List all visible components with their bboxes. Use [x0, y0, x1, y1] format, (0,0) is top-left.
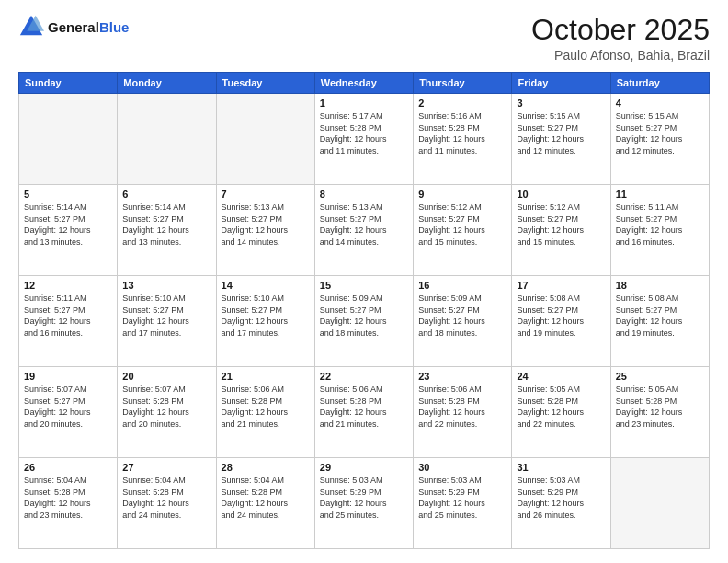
day-number: 22	[320, 371, 408, 382]
calendar-cell: 16Sunrise: 5:09 AMSunset: 5:27 PMDayligh…	[414, 276, 512, 367]
calendar-week-5: 26Sunrise: 5:04 AMSunset: 5:28 PMDayligh…	[19, 458, 710, 549]
calendar-cell	[610, 458, 709, 549]
day-info: Sunrise: 5:13 AMSunset: 5:27 PMDaylight:…	[222, 201, 310, 247]
day-number: 29	[320, 462, 408, 473]
calendar-cell: 31Sunrise: 5:03 AMSunset: 5:29 PMDayligh…	[512, 458, 610, 549]
calendar-cell: 7Sunrise: 5:13 AMSunset: 5:27 PMDaylight…	[216, 185, 314, 276]
day-info: Sunrise: 5:06 AMSunset: 5:28 PMDaylight:…	[418, 384, 506, 430]
header-sunday: Sunday	[19, 73, 118, 94]
header: GeneralBlue October 2025 Paulo Afonso, B…	[18, 14, 710, 63]
calendar-cell: 29Sunrise: 5:03 AMSunset: 5:29 PMDayligh…	[314, 458, 413, 549]
day-number: 26	[24, 462, 112, 473]
day-info: Sunrise: 5:16 AMSunset: 5:28 PMDaylight:…	[418, 110, 506, 156]
page: GeneralBlue October 2025 Paulo Afonso, B…	[0, 0, 728, 563]
calendar-cell: 18Sunrise: 5:08 AMSunset: 5:27 PMDayligh…	[610, 276, 709, 367]
calendar-cell: 15Sunrise: 5:09 AMSunset: 5:27 PMDayligh…	[314, 276, 413, 367]
day-info: Sunrise: 5:03 AMSunset: 5:29 PMDaylight:…	[320, 475, 408, 521]
calendar-cell: 1Sunrise: 5:17 AMSunset: 5:28 PMDaylight…	[314, 94, 413, 185]
calendar-cell: 20Sunrise: 5:07 AMSunset: 5:28 PMDayligh…	[118, 367, 216, 458]
day-number: 9	[418, 189, 506, 200]
day-info: Sunrise: 5:09 AMSunset: 5:27 PMDaylight:…	[418, 293, 506, 339]
day-number: 17	[517, 280, 605, 291]
day-number: 5	[24, 189, 112, 200]
calendar-cell: 14Sunrise: 5:10 AMSunset: 5:27 PMDayligh…	[216, 276, 314, 367]
calendar-cell	[216, 94, 314, 185]
day-info: Sunrise: 5:14 AMSunset: 5:27 PMDaylight:…	[24, 201, 112, 247]
calendar-week-1: 1Sunrise: 5:17 AMSunset: 5:28 PMDaylight…	[19, 94, 710, 185]
logo: GeneralBlue	[18, 14, 129, 40]
day-number: 30	[418, 462, 506, 473]
calendar-cell: 26Sunrise: 5:04 AMSunset: 5:28 PMDayligh…	[19, 458, 118, 549]
day-info: Sunrise: 5:04 AMSunset: 5:28 PMDaylight:…	[122, 475, 210, 521]
day-number: 10	[517, 189, 605, 200]
day-info: Sunrise: 5:15 AMSunset: 5:27 PMDaylight:…	[616, 110, 704, 156]
header-tuesday: Tuesday	[216, 73, 314, 94]
header-thursday: Thursday	[414, 73, 512, 94]
day-number: 15	[320, 280, 408, 291]
day-info: Sunrise: 5:04 AMSunset: 5:28 PMDaylight:…	[222, 475, 310, 521]
day-info: Sunrise: 5:17 AMSunset: 5:28 PMDaylight:…	[320, 110, 408, 156]
header-monday: Monday	[118, 73, 216, 94]
day-number: 6	[122, 189, 210, 200]
day-number: 27	[122, 462, 210, 473]
day-number: 18	[616, 280, 704, 291]
calendar-cell: 24Sunrise: 5:05 AMSunset: 5:28 PMDayligh…	[512, 367, 610, 458]
calendar-week-4: 19Sunrise: 5:07 AMSunset: 5:27 PMDayligh…	[19, 367, 710, 458]
day-number: 23	[418, 371, 506, 382]
day-info: Sunrise: 5:03 AMSunset: 5:29 PMDaylight:…	[418, 475, 506, 521]
day-info: Sunrise: 5:07 AMSunset: 5:27 PMDaylight:…	[24, 384, 112, 430]
calendar-cell: 4Sunrise: 5:15 AMSunset: 5:27 PMDaylight…	[610, 94, 709, 185]
calendar-cell: 11Sunrise: 5:11 AMSunset: 5:27 PMDayligh…	[610, 185, 709, 276]
day-number: 7	[222, 189, 310, 200]
day-number: 3	[517, 98, 605, 109]
calendar-cell: 21Sunrise: 5:06 AMSunset: 5:28 PMDayligh…	[216, 367, 314, 458]
day-info: Sunrise: 5:07 AMSunset: 5:28 PMDaylight:…	[122, 384, 210, 430]
day-info: Sunrise: 5:05 AMSunset: 5:28 PMDaylight:…	[517, 384, 605, 430]
day-info: Sunrise: 5:12 AMSunset: 5:27 PMDaylight:…	[418, 201, 506, 247]
day-number: 16	[418, 280, 506, 291]
day-number: 2	[418, 98, 506, 109]
calendar-cell: 8Sunrise: 5:13 AMSunset: 5:27 PMDaylight…	[314, 185, 413, 276]
calendar-cell: 3Sunrise: 5:15 AMSunset: 5:27 PMDaylight…	[512, 94, 610, 185]
logo-text: GeneralBlue	[48, 19, 129, 35]
header-friday: Friday	[512, 73, 610, 94]
calendar-cell: 22Sunrise: 5:06 AMSunset: 5:28 PMDayligh…	[314, 367, 413, 458]
calendar-cell: 12Sunrise: 5:11 AMSunset: 5:27 PMDayligh…	[19, 276, 118, 367]
calendar-title: October 2025	[531, 14, 710, 46]
day-info: Sunrise: 5:15 AMSunset: 5:27 PMDaylight:…	[517, 110, 605, 156]
calendar-cell: 25Sunrise: 5:05 AMSunset: 5:28 PMDayligh…	[610, 367, 709, 458]
day-info: Sunrise: 5:05 AMSunset: 5:28 PMDaylight:…	[616, 384, 704, 430]
calendar-cell	[118, 94, 216, 185]
calendar-cell: 30Sunrise: 5:03 AMSunset: 5:29 PMDayligh…	[414, 458, 512, 549]
day-info: Sunrise: 5:12 AMSunset: 5:27 PMDaylight:…	[517, 201, 605, 247]
calendar-subtitle: Paulo Afonso, Bahia, Brazil	[531, 48, 710, 63]
calendar-table: Sunday Monday Tuesday Wednesday Thursday…	[18, 72, 710, 549]
day-number: 12	[24, 280, 112, 291]
calendar-week-3: 12Sunrise: 5:11 AMSunset: 5:27 PMDayligh…	[19, 276, 710, 367]
header-saturday: Saturday	[610, 73, 709, 94]
day-number: 21	[222, 371, 310, 382]
day-info: Sunrise: 5:13 AMSunset: 5:27 PMDaylight:…	[320, 201, 408, 247]
logo-icon	[18, 14, 44, 40]
day-info: Sunrise: 5:10 AMSunset: 5:27 PMDaylight:…	[222, 293, 310, 339]
calendar-cell: 2Sunrise: 5:16 AMSunset: 5:28 PMDaylight…	[414, 94, 512, 185]
day-number: 25	[616, 371, 704, 382]
day-number: 13	[122, 280, 210, 291]
day-number: 8	[320, 189, 408, 200]
day-number: 24	[517, 371, 605, 382]
calendar-cell: 13Sunrise: 5:10 AMSunset: 5:27 PMDayligh…	[118, 276, 216, 367]
calendar-cell: 27Sunrise: 5:04 AMSunset: 5:28 PMDayligh…	[118, 458, 216, 549]
day-number: 4	[616, 98, 704, 109]
day-number: 11	[616, 189, 704, 200]
calendar-cell: 28Sunrise: 5:04 AMSunset: 5:28 PMDayligh…	[216, 458, 314, 549]
calendar-week-2: 5Sunrise: 5:14 AMSunset: 5:27 PMDaylight…	[19, 185, 710, 276]
day-info: Sunrise: 5:08 AMSunset: 5:27 PMDaylight:…	[517, 293, 605, 339]
calendar-cell: 19Sunrise: 5:07 AMSunset: 5:27 PMDayligh…	[19, 367, 118, 458]
day-number: 19	[24, 371, 112, 382]
calendar-cell	[19, 94, 118, 185]
day-number: 1	[320, 98, 408, 109]
day-info: Sunrise: 5:04 AMSunset: 5:28 PMDaylight:…	[24, 475, 112, 521]
day-info: Sunrise: 5:10 AMSunset: 5:27 PMDaylight:…	[122, 293, 210, 339]
day-info: Sunrise: 5:11 AMSunset: 5:27 PMDaylight:…	[24, 293, 112, 339]
day-info: Sunrise: 5:06 AMSunset: 5:28 PMDaylight:…	[222, 384, 310, 430]
